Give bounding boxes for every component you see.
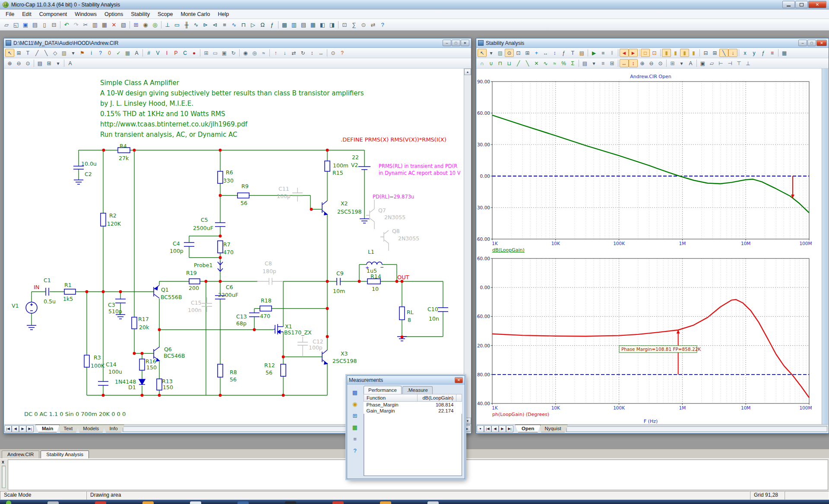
digital-mode-icon[interactable]: 0 <box>105 49 114 57</box>
zoom-mode-icon[interactable]: ⊡ <box>514 49 523 57</box>
view-drop-icon[interactable]: ▾ <box>54 59 63 67</box>
component-mode-icon[interactable]: ⊞ <box>14 49 23 57</box>
column-db-loopgain[interactable]: dB(LoopGain) <box>418 394 456 402</box>
conditions-icon[interactable]: C <box>180 49 190 57</box>
view-pages-icon[interactable]: ▤ <box>35 59 44 67</box>
tab-nyquist[interactable]: Nyquist <box>538 425 567 432</box>
go-to-performance-icon[interactable]: ↓ <box>728 49 737 57</box>
zoom-out-icon[interactable]: ⊖ <box>14 59 23 67</box>
select-mode-icon[interactable]: ↖ <box>5 49 14 57</box>
slope-icon[interactable]: ╲ <box>719 49 728 57</box>
taskbar-item-4[interactable] <box>190 501 201 504</box>
help-topics-icon[interactable]: ? <box>338 49 347 57</box>
schematic-canvas[interactable]: Simple Class A AmplifierA 10-W design gi… <box>4 69 465 425</box>
delete-icon[interactable]: ✕ <box>109 20 119 29</box>
cursor-low-icon[interactable]: ⊔ <box>505 59 514 67</box>
window-tab-stability-analysis[interactable]: Stability Analysis <box>41 450 89 458</box>
region-enable-icon[interactable]: ▦ <box>123 49 132 57</box>
x-range-icon[interactable]: x <box>740 49 750 57</box>
measurements-titlebar[interactable]: Measurements ✕ <box>347 376 465 384</box>
nav-button-0[interactable]: |◀ <box>4 425 12 432</box>
help-icon[interactable]: ? <box>378 20 387 29</box>
text-report-icon[interactable]: ≡ <box>350 435 360 443</box>
align-bottom-icon[interactable]: ⊥ <box>744 59 753 67</box>
cursor-stats-icon[interactable]: Σ <box>568 59 577 67</box>
node-numbers-icon[interactable]: # <box>144 49 153 57</box>
attribute-text-icon[interactable]: A <box>132 49 141 57</box>
enlarge-width-icon[interactable]: ⊞ <box>710 49 719 57</box>
menu-windows[interactable]: Windows <box>71 10 101 18</box>
auto-scale-icon[interactable]: ≡ <box>768 49 777 57</box>
tab-text[interactable]: Text <box>57 425 79 432</box>
start-button[interactable] <box>6 501 11 504</box>
menu-component[interactable]: Component <box>35 10 71 18</box>
menu-help[interactable]: Help <box>214 10 233 18</box>
cursor-table-icon[interactable]: ⊞ <box>350 411 360 420</box>
nav-button-2[interactable]: ◀ <box>491 425 499 432</box>
nav-button-4[interactable]: ▶| <box>506 425 513 432</box>
check-mode-icon[interactable]: ✓ <box>114 49 123 57</box>
resistor-part-icon[interactable]: ▭ <box>172 20 182 29</box>
scale-mode-icon[interactable]: ⊞ <box>523 49 532 57</box>
plot-strip-2-icon[interactable]: ▮ <box>671 49 680 57</box>
cursor-valley-icon[interactable]: ∪ <box>487 59 496 67</box>
ground-part-icon[interactable]: ⊥ <box>163 20 172 29</box>
repeat-find-icon[interactable]: ◎ <box>250 49 259 57</box>
cursor-high-icon[interactable]: ⊓ <box>496 59 505 67</box>
mirror-icon[interactable]: ⇄ <box>289 49 298 57</box>
app-minimize-button[interactable] <box>782 1 795 8</box>
sine-source-part-icon[interactable]: ∿ <box>229 20 239 29</box>
taskbar-item-6[interactable] <box>285 501 296 504</box>
stop-icon[interactable]: ■ <box>598 49 608 57</box>
node-voltages-icon[interactable]: V <box>153 49 162 57</box>
stability-restore-button[interactable]: □ <box>807 40 816 46</box>
cursor-ratio-icon[interactable]: % <box>559 59 568 67</box>
web-icon[interactable]: ◎ <box>150 20 160 29</box>
app-close-button[interactable]: ✕ <box>808 1 826 8</box>
font-icon[interactable]: A <box>686 59 695 67</box>
run-icon[interactable]: ▶ <box>589 49 598 57</box>
help-mode-icon[interactable]: ? <box>96 49 105 57</box>
stability-close-button[interactable]: ✕ <box>816 40 827 46</box>
cursor-zero-icon[interactable]: ✕ <box>532 59 541 67</box>
step-down-icon[interactable]: ↓ <box>280 49 289 57</box>
pin-connections-icon[interactable]: ● <box>190 49 199 57</box>
menu-file[interactable]: File <box>2 10 18 18</box>
help-icon[interactable]: ? <box>350 446 360 455</box>
point-tag-icon[interactable]: + <box>532 49 541 57</box>
calculator-icon[interactable]: ∑ <box>349 20 359 29</box>
stability-titlebar[interactable]: Stability Analysis – □ ✕ <box>476 38 829 48</box>
picture-mode-icon[interactable]: ▨ <box>60 49 69 57</box>
tab--measure[interactable]: .Measure <box>402 386 433 394</box>
cursor-left-icon[interactable]: ◄ <box>620 49 629 57</box>
bring-front-icon[interactable]: ▣ <box>698 59 707 67</box>
cursor-peak-icon[interactable]: ∩ <box>478 59 487 67</box>
find-part-icon[interactable]: ◉ <box>141 20 150 29</box>
schematic-minimize-button[interactable]: – <box>443 40 451 46</box>
tab-main[interactable]: Main <box>35 425 60 432</box>
find-icon[interactable]: ◉ <box>241 49 250 57</box>
nav-button-1[interactable]: ◀ <box>12 425 19 432</box>
add-measurement-icon[interactable]: ◉ <box>350 400 360 408</box>
pulse-source-part-icon[interactable]: ⊓ <box>239 20 248 29</box>
flag-mode-icon[interactable]: ⚑ <box>78 49 87 57</box>
stability-hscrollbar[interactable] <box>566 426 827 432</box>
cut-icon[interactable]: ✂ <box>81 20 90 29</box>
save-icon[interactable]: ▣ <box>21 20 30 29</box>
scale-horizontal-icon[interactable]: ↔ <box>620 59 629 67</box>
zoom-in-icon[interactable]: ⊕ <box>638 59 647 67</box>
menu-options[interactable]: Options <box>101 10 127 18</box>
pause-icon[interactable]: ‖ <box>608 49 617 57</box>
frame-box-icon[interactable]: □ <box>641 49 650 57</box>
title-block-icon[interactable]: ▣ <box>220 49 229 57</box>
cursor-rise-icon[interactable]: ╱ <box>514 59 523 67</box>
rotate-icon[interactable]: ↻ <box>298 49 307 57</box>
open-icon[interactable]: ◱ <box>11 20 21 29</box>
copy-drop-icon[interactable]: ▾ <box>589 59 598 67</box>
cursor-right-icon[interactable]: ► <box>629 49 638 57</box>
zoom-out-icon[interactable]: ⊖ <box>647 59 656 67</box>
align-right-icon[interactable]: ⊣ <box>725 59 734 67</box>
new-icon[interactable]: ▱ <box>2 20 11 29</box>
text-mode-icon[interactable]: T <box>568 49 577 57</box>
pan-drop-icon[interactable]: ▾ <box>487 49 496 57</box>
